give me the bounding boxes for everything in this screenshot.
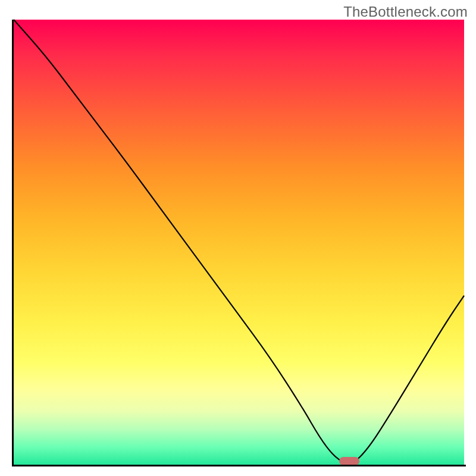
axis-left (12, 20, 14, 466)
minimum-marker (339, 457, 359, 465)
axis-bottom (12, 465, 466, 466)
bottleneck-chart: TheBottleneck.com (0, 0, 476, 476)
bottleneck-curve (14, 20, 464, 465)
attribution-label: TheBottleneck.com (343, 4, 468, 20)
